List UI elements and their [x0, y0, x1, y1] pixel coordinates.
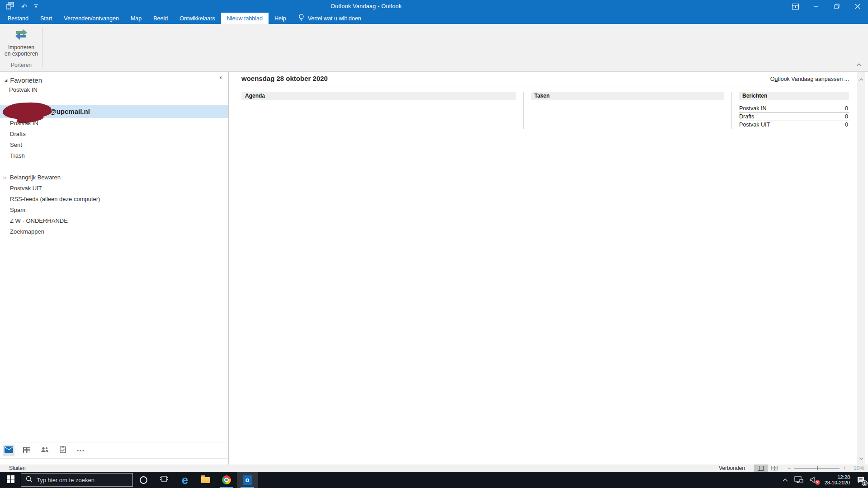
sidebar-divider — [0, 100, 228, 100]
taskbar-search[interactable] — [21, 473, 133, 487]
folder-item[interactable]: Z W - ONDERHANDE — [0, 216, 228, 226]
today-header: woensdag 28 oktober 2020 Outlook Vandaag… — [241, 75, 849, 82]
message-count: 0 — [845, 113, 848, 120]
nav-calendar-button[interactable] — [21, 445, 33, 456]
minimize-folder-pane-icon[interactable]: ‹ — [220, 74, 222, 80]
folder-item[interactable]: Postvak UIT — [0, 183, 228, 194]
file-explorer-button[interactable] — [195, 472, 216, 488]
message-count: 0 — [845, 105, 848, 112]
send-receive-icon[interactable] — [6, 2, 14, 11]
tab-nieuw-tabblad[interactable]: Nieuw tabblad — [221, 13, 269, 24]
favorites-list: Postvak IN — [0, 84, 228, 95]
file-explorer-icon — [201, 477, 210, 483]
edge-button[interactable]: e — [175, 472, 195, 488]
connection-status: Verbonden — [719, 465, 745, 471]
scroll-up-icon[interactable] — [859, 75, 863, 83]
zoom-in-icon[interactable]: + — [843, 465, 846, 471]
zoom-slider-thumb[interactable] — [817, 466, 818, 470]
network-icon[interactable] — [791, 472, 807, 488]
folder-item[interactable]: - — [0, 161, 228, 172]
folder-item[interactable]: Postvak IN — [0, 118, 228, 129]
system-tray: ✕ 12:28 28-10-2020 1 — [779, 472, 868, 488]
windows-logo-icon — [7, 475, 14, 485]
restore-button[interactable] — [826, 0, 847, 13]
account-item[interactable]: @upcmail.nl — [0, 105, 228, 118]
expand-folder-icon[interactable]: ▷ — [4, 172, 7, 183]
tab-ontwikkelaars[interactable]: Ontwikkelaars — [174, 13, 221, 24]
task-view-button[interactable] — [154, 472, 175, 488]
outlook-today-pane: woensdag 28 oktober 2020 Outlook Vandaag… — [229, 72, 868, 465]
zoom-level[interactable]: 10% — [850, 465, 864, 471]
folder-label: Zoekmappen — [10, 228, 44, 235]
folder-item[interactable]: ▷Belangrijk Bewaren — [0, 172, 228, 183]
tab-beeld[interactable]: Beeld — [147, 13, 174, 24]
navigation-icons: ••• — [0, 442, 228, 459]
ribbon: Importeren en exporteren Porteren — [0, 24, 868, 72]
status-bar: Sluiten Verbonden − + 10% — [0, 465, 868, 472]
folder-item[interactable]: Zoekmappen — [0, 226, 228, 237]
cortana-button[interactable] — [133, 472, 154, 488]
app-body: ‹ ◢ Favorieten Postvak IN @upcmail.nl Po… — [0, 72, 868, 465]
tab-start[interactable]: Start — [34, 13, 58, 24]
nav-tasks-button[interactable] — [57, 445, 69, 456]
zoom-slider[interactable] — [794, 468, 840, 469]
volume-muted-icon[interactable]: ✕ — [807, 472, 821, 488]
nav-more-button[interactable]: ••• — [75, 445, 87, 456]
nav-people-button[interactable] — [39, 445, 51, 456]
chrome-button[interactable] — [216, 472, 237, 488]
favorite-item[interactable]: Postvak IN — [0, 84, 228, 95]
tab-bestand[interactable]: Bestand — [2, 13, 34, 24]
tab-help[interactable]: Help — [269, 13, 292, 24]
message-count-row[interactable]: Drafts0 — [739, 113, 849, 121]
action-center-button[interactable]: 1 — [854, 472, 868, 488]
message-folder-link[interactable]: Postvak IN — [739, 105, 766, 112]
tab-map[interactable]: Map — [125, 13, 147, 24]
customize-quick-access-icon[interactable]: ▾ — [34, 4, 38, 9]
folder-pane: ‹ ◢ Favorieten Postvak IN @upcmail.nl Po… — [0, 72, 229, 465]
quick-access-toolbar: ↶ ▾ — [0, 2, 38, 11]
tab-verzenden-ontvangen[interactable]: Verzenden/ontvangen — [58, 13, 125, 24]
folder-item[interactable]: Sent — [0, 140, 228, 150]
reading-view-button[interactable] — [768, 465, 781, 472]
tell-me-box[interactable]: Vertel wat u wilt doen — [292, 13, 368, 24]
taskbar-clock[interactable]: 12:28 28-10-2020 — [821, 474, 854, 485]
close-button[interactable] — [847, 0, 868, 13]
minimize-button[interactable] — [806, 0, 826, 13]
collapse-ribbon-icon[interactable] — [856, 60, 862, 68]
outlook-taskbar-button[interactable]: o — [237, 472, 258, 488]
header-divider — [241, 86, 849, 86]
message-count-row[interactable]: Postvak UIT0 — [739, 121, 849, 129]
hidden-icons-button[interactable] — [779, 472, 791, 488]
folder-label: - — [10, 163, 12, 170]
folder-item[interactable]: Drafts — [0, 129, 228, 140]
start-button[interactable] — [0, 472, 21, 488]
calendar-column: Agenda — [241, 92, 516, 129]
undo-icon[interactable]: ↶ — [21, 3, 27, 10]
normal-view-button[interactable] — [754, 465, 768, 472]
import-export-icon — [14, 26, 29, 44]
folder-label: Trash — [10, 152, 25, 159]
scroll-down-icon[interactable] — [859, 454, 863, 462]
collapse-triangle-icon: ◢ — [5, 78, 7, 82]
zoom-out-icon[interactable]: − — [788, 465, 791, 471]
folder-item[interactable]: RSS-feeds (alleen deze computer) — [0, 194, 228, 205]
date-heading: woensdag 28 oktober 2020 — [241, 75, 328, 82]
favorites-header[interactable]: ◢ Favorieten — [5, 75, 228, 84]
customize-outlook-today-link[interactable]: Outlook Vandaag aanpassen ... — [770, 76, 849, 82]
notification-badge: 1 — [862, 480, 868, 486]
folder-item[interactable]: Spam — [0, 205, 228, 216]
windows-taskbar: e o ✕ 12:28 28-10-2020 1 — [0, 472, 868, 488]
zoom-control: − + 10% — [788, 465, 864, 471]
tasks-column-header: Taken — [531, 92, 724, 100]
ribbon-display-options-icon[interactable] — [785, 0, 806, 13]
message-folder-link[interactable]: Postvak UIT — [739, 122, 770, 128]
search-input[interactable] — [37, 477, 118, 483]
mail-icon — [5, 446, 13, 455]
vertical-scrollbar[interactable] — [857, 72, 865, 465]
message-count-row[interactable]: Postvak IN0 — [739, 105, 849, 113]
nav-mail-button[interactable] — [3, 445, 14, 456]
folder-item[interactable]: Trash — [0, 150, 228, 161]
lightbulb-icon — [298, 14, 304, 23]
import-export-button[interactable]: Importeren en exporteren — [3, 26, 40, 61]
message-folder-link[interactable]: Drafts — [739, 113, 754, 120]
